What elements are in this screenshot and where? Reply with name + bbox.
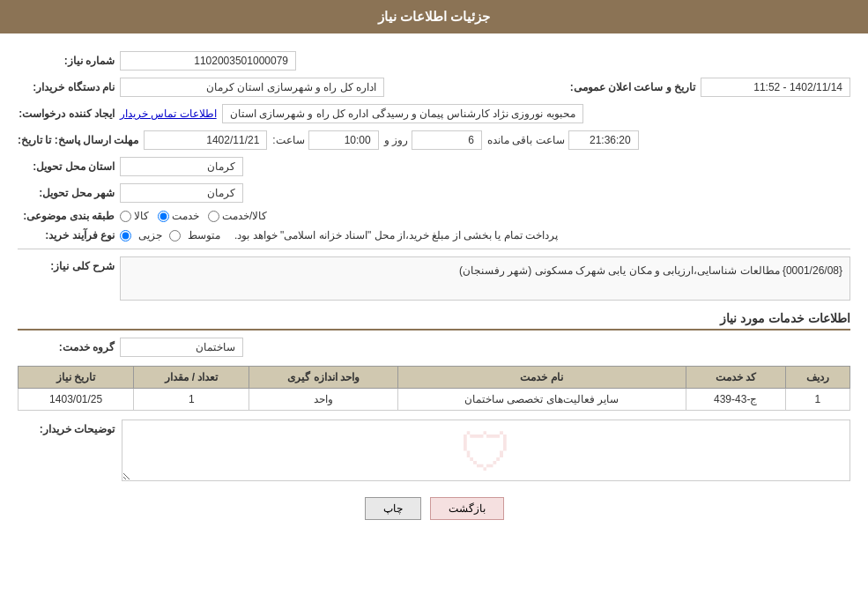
remaining-time-label: ساعت باقی مانده — [487, 134, 565, 146]
response-deadline-label: مهلت ارسال پاسخ: تا تاریخ: — [18, 134, 138, 146]
page-header: جزئیات اطلاعات نیاز — [0, 0, 868, 33]
delivery-city-value: کرمان — [120, 183, 243, 203]
table-row: 1 ج-43-439 سایر فعالیت‌های تخصصی ساختمان… — [19, 389, 850, 411]
response-days-value: 6 — [412, 130, 482, 150]
buyer-org-value: اداره کل راه و شهرسازی استان کرمان — [120, 78, 384, 97]
cell-row: 1 — [785, 389, 849, 411]
response-time-value: 10:00 — [308, 130, 379, 150]
process-radio-medium[interactable] — [169, 230, 181, 241]
buyer-org-label: نام دستگاه خریدار: — [18, 81, 115, 93]
subject-option-goods[interactable]: کالا — [120, 210, 149, 222]
col-header-unit: واحد اندازه گیری — [249, 367, 397, 389]
remaining-time-value: 21:36:20 — [568, 130, 639, 150]
service-group-value: ساختمان — [120, 338, 243, 357]
subject-option-goods-label: کالا — [134, 210, 149, 222]
response-time-label: ساعت: — [272, 134, 304, 146]
process-option-minor-label: جزیی — [138, 229, 162, 241]
announcement-date-value: 1402/11/14 - 11:52 — [701, 78, 850, 97]
back-button[interactable]: بازگشت — [430, 497, 504, 520]
delivery-city-label: شهر محل تحویل: — [18, 187, 115, 199]
cell-unit: واحد — [249, 389, 397, 411]
services-table-container: ردیف کد خدمت نام خدمت واحد اندازه گیری ت… — [18, 366, 850, 411]
subject-option-service[interactable]: خدمت — [158, 210, 199, 222]
process-type-label: نوع فرآیند خرید: — [18, 229, 115, 241]
need-number-label: شماره نیاز: — [18, 55, 115, 67]
col-header-date: تاریخ نیاز — [19, 367, 134, 389]
services-table: ردیف کد خدمت نام خدمت واحد اندازه گیری ت… — [18, 366, 850, 411]
announcement-date-label: تاریخ و ساعت اعلان عمومی: — [570, 81, 695, 93]
creator-label: ایجاد کننده درخواست: — [18, 108, 115, 120]
bottom-buttons: بازگشت چاپ — [18, 497, 850, 520]
subject-radio-group: کالا/خدمت خدمت کالا — [120, 210, 267, 222]
buyer-notes-label: توضیحات خریدار: — [18, 423, 115, 435]
cell-quantity: 1 — [134, 389, 249, 411]
col-header-row: ردیف — [785, 367, 849, 389]
creator-contact-link[interactable]: اطلاعات تماس خریدار — [120, 108, 217, 120]
need-description-value: {0001/26/08} مطالعات شناسایی،ارزیابی و م… — [120, 256, 850, 301]
process-type-options: پرداخت تمام یا بخشی از مبلغ خرید،از محل … — [120, 229, 558, 241]
need-number-value: 1102003501000079 — [120, 51, 296, 71]
creator-value: محبوبه نوروزی نژاد کارشناس پیمان و رسیدگ… — [222, 104, 583, 123]
subject-radio-service[interactable] — [158, 211, 169, 222]
process-option-medium-label: متوسط — [188, 229, 220, 241]
buyer-notes-textarea[interactable] — [122, 420, 850, 481]
subject-radio-goods[interactable] — [120, 211, 131, 222]
cell-service-code: ج-43-439 — [686, 389, 785, 411]
cell-date: 1403/01/25 — [19, 389, 134, 411]
col-header-quantity: تعداد / مقدار — [134, 367, 249, 389]
print-button[interactable]: چاپ — [365, 497, 421, 520]
subject-label: طبقه بندی موضوعی: — [18, 210, 115, 222]
response-days-label: روز و — [384, 134, 408, 146]
need-description-label: شرح کلی نیاز: — [18, 260, 115, 272]
process-radio-minor[interactable] — [120, 230, 131, 241]
response-date-value: 1402/11/21 — [144, 130, 267, 150]
delivery-province-label: استان محل تحویل: — [18, 160, 115, 173]
subject-option-service-goods-label: کالا/خدمت — [222, 210, 267, 222]
delivery-province-value: کرمان — [120, 157, 243, 176]
process-payment-text: پرداخت تمام یا بخشی از مبلغ خرید،از محل … — [234, 229, 558, 241]
subject-option-service-goods[interactable]: کالا/خدمت — [208, 210, 267, 222]
cell-service-name: سایر فعالیت‌های تخصصی ساختمان — [397, 389, 686, 411]
col-header-service-code: کد خدمت — [686, 367, 785, 389]
process-row-payment: پرداخت تمام یا بخشی از مبلغ خرید،از محل … — [120, 229, 558, 241]
subject-option-service-label: خدمت — [172, 210, 199, 222]
divider-1 — [18, 249, 850, 249]
services-section-title: اطلاعات خدمات مورد نیاز — [18, 311, 850, 330]
col-header-service-name: نام خدمت — [397, 367, 686, 389]
subject-radio-service-goods[interactable] — [208, 211, 219, 222]
service-group-label: گروه خدمت: — [18, 341, 115, 353]
